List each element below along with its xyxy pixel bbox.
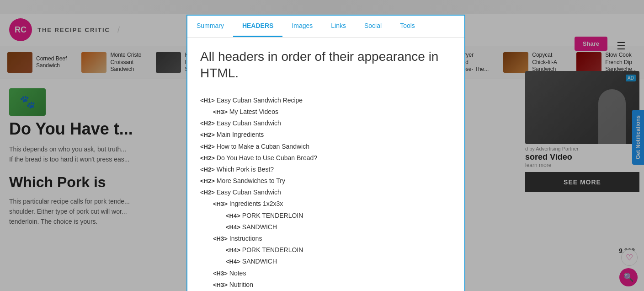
list-item: <H2> Easy Cuban Sandwich <box>200 118 452 129</box>
header-tag: <H3> <box>213 233 228 244</box>
header-tag: <H3> <box>213 199 228 209</box>
header-text: SANDWICH <box>242 256 277 267</box>
header-tag: <H4> <box>226 210 240 221</box>
tab-summary[interactable]: Summary <box>187 16 233 37</box>
list-item: <H4> PORK TENDERLOIN <box>200 244 452 256</box>
list-item: <H4> SANDWICH <box>200 221 452 233</box>
tab-social[interactable]: Social <box>355 16 391 37</box>
header-text: Easy Cuban Sandwich <box>217 118 281 129</box>
header-text: My Latest Videos <box>229 106 278 118</box>
header-text: Which Pork is Best? <box>217 164 274 175</box>
header-text: Instructions <box>229 233 262 244</box>
headers-modal: Summary HEADERS Images Links Social Tool… <box>186 15 465 291</box>
list-item: <H3> Ingredients 1x2x3x <box>200 198 452 210</box>
header-text: Ingredients 1x2x3x <box>229 198 283 210</box>
header-text: PORK TENDERLOIN <box>242 210 303 221</box>
modal-description: All headers in order of their appearance… <box>200 48 452 82</box>
list-item: <H3> Notes <box>200 268 452 279</box>
list-item: <H4> SANDWICH <box>200 256 452 267</box>
list-item: <H2> Easy Cuban Sandwich <box>200 187 452 198</box>
list-item: <H2> Main Ingredients <box>200 129 452 140</box>
header-list: <H1> Easy Cuban Sandwich Recipe <H3> My … <box>200 95 452 291</box>
header-tag: <H4> <box>226 222 240 232</box>
tab-headers[interactable]: HEADERS <box>233 16 282 37</box>
header-text: PORK TENDERLOIN <box>242 244 303 256</box>
list-item: <H2> Which Pork is Best? <box>200 164 452 175</box>
header-tag: <H2> <box>200 141 215 152</box>
header-text: Easy Cuban Sandwich <box>217 187 281 198</box>
header-tag: <H1> <box>200 95 215 106</box>
header-tag: <H2> <box>200 187 215 198</box>
header-text: SANDWICH <box>242 221 277 233</box>
header-tag: <H2> <box>200 118 215 129</box>
header-tag: <H3> <box>213 107 228 117</box>
header-tag: <H4> <box>226 245 240 255</box>
header-tag: <H2> <box>200 153 215 163</box>
list-item: <H1> Easy Cuban Sandwich Recipe <box>200 95 452 106</box>
list-item: <H2> More Sandwiches to Try <box>200 175 452 187</box>
modal-tabs: Summary HEADERS Images Links Social Tool… <box>187 16 464 38</box>
tab-tools[interactable]: Tools <box>391 16 424 37</box>
header-text: Easy Cuban Sandwich Recipe <box>217 95 303 106</box>
tab-images[interactable]: Images <box>282 16 322 37</box>
header-tag: <H3> <box>213 280 228 290</box>
header-tag: <H2> <box>200 176 215 186</box>
header-tag: <H3> <box>213 268 228 279</box>
list-item: <H3> Nutrition <box>200 279 452 291</box>
header-text: Do You Have to Use Cuban Bread? <box>217 152 317 164</box>
header-tag: <H2> <box>200 129 215 140</box>
header-text: Nutrition <box>229 279 253 291</box>
list-item: <H4> PORK TENDERLOIN <box>200 210 452 221</box>
header-text: How to Make a Cuban Sandwich <box>217 141 309 152</box>
header-tag: <H4> <box>226 256 240 267</box>
list-item: <H2> How to Make a Cuban Sandwich <box>200 141 452 152</box>
list-item: <H3> My Latest Videos <box>200 106 452 118</box>
modal-body: All headers in order of their appearance… <box>187 38 464 291</box>
header-text: Main Ingredients <box>217 129 264 140</box>
list-item: <H2> Do You Have to Use Cuban Bread? <box>200 152 452 164</box>
header-text: Notes <box>229 268 246 279</box>
tab-links[interactable]: Links <box>322 16 355 37</box>
header-text: More Sandwiches to Try <box>217 175 285 187</box>
header-tag: <H2> <box>200 164 215 175</box>
list-item: <H3> Instructions <box>200 233 452 244</box>
